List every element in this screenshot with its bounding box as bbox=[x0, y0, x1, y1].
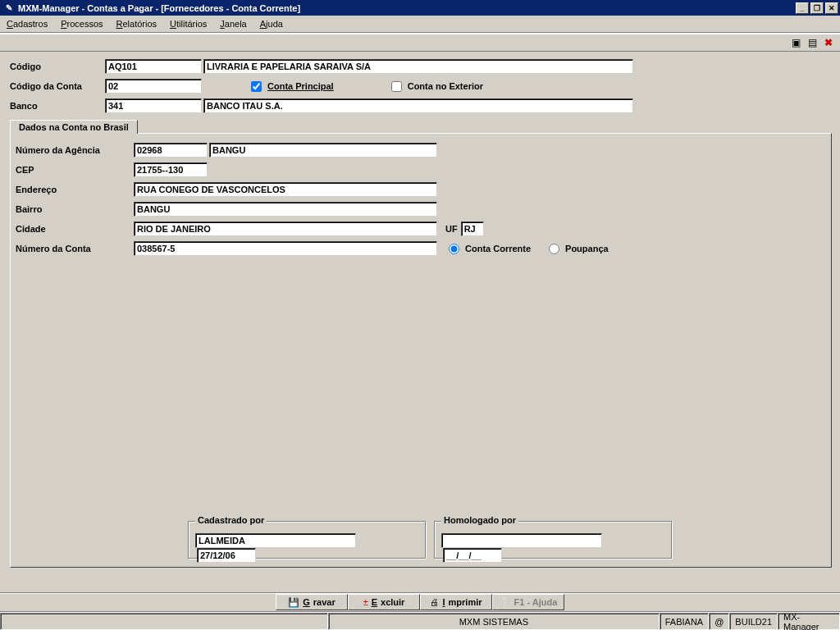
tab-strip: Dados na Conta no Brasil bbox=[10, 119, 837, 133]
close-icon[interactable]: ✖ bbox=[822, 36, 835, 49]
status-left bbox=[0, 613, 328, 630]
numconta-label: Número da Conta bbox=[16, 244, 134, 253]
menu-processos[interactable]: Processos bbox=[61, 19, 103, 29]
close-button[interactable]: ✕ bbox=[825, 2, 838, 14]
uf-input[interactable] bbox=[461, 221, 484, 236]
toolbar-right: ▣ ▤ ✖ bbox=[0, 34, 840, 52]
minimize-button[interactable]: _ bbox=[796, 2, 809, 14]
codigo-conta-label: Código da Conta bbox=[10, 81, 105, 91]
conta-exterior-checkbox[interactable] bbox=[391, 81, 402, 92]
endereco-input[interactable] bbox=[134, 182, 437, 197]
print-icon: 🖨 bbox=[430, 597, 439, 607]
menu-cadastros[interactable]: Cadastros bbox=[7, 19, 48, 29]
codigo-label: Código bbox=[10, 62, 105, 71]
conta-principal-label: Conta Principal bbox=[267, 81, 334, 91]
radio-cc-label: Conta Corrente bbox=[465, 244, 531, 253]
radio-poupanca[interactable]: Poupança bbox=[549, 244, 609, 254]
menu-bar: Cadastros Processos Relatórios Utilitári… bbox=[0, 16, 840, 32]
delete-icon: ± bbox=[363, 597, 368, 607]
menu-relatorios[interactable]: Relatórios bbox=[116, 19, 158, 29]
radio-conta-corrente[interactable]: Conta Corrente bbox=[449, 244, 531, 254]
cadastrado-group: Cadastrado por bbox=[188, 521, 426, 559]
conta-exterior-check[interactable]: Conta no Exterior bbox=[391, 81, 483, 92]
cadastrado-legend: Cadastrado por bbox=[195, 515, 267, 525]
radio-poup-label: Poupança bbox=[565, 244, 609, 253]
cadastrado-user-input[interactable] bbox=[195, 533, 356, 548]
bairro-input[interactable] bbox=[134, 202, 437, 217]
menu-janela[interactable]: Janela bbox=[220, 19, 246, 29]
agencia-label: Número da Agência bbox=[16, 145, 134, 155]
nome-input[interactable] bbox=[203, 59, 633, 74]
conta-principal-checkbox[interactable] bbox=[251, 81, 262, 92]
status-bar: MXM SISTEMAS FABIANA @ BUILD21 MX-Manage… bbox=[0, 612, 840, 630]
cep-input[interactable] bbox=[134, 162, 208, 177]
save-icon: 💾 bbox=[288, 597, 299, 608]
radio-poup[interactable] bbox=[549, 244, 559, 254]
status-app: MX-Manager bbox=[778, 613, 840, 630]
status-build: BUILD21 bbox=[729, 613, 778, 630]
ajuda-button[interactable]: ❔ F1 - Ajuda bbox=[492, 594, 564, 610]
header-form: Código Código da Conta Conta Principal C… bbox=[0, 52, 840, 568]
status-sistema: MXM SISTEMAS bbox=[328, 613, 660, 630]
calculator-icon[interactable]: ▤ bbox=[806, 36, 819, 49]
cidade-label: Cidade bbox=[16, 224, 134, 234]
restore-button[interactable]: ❐ bbox=[810, 2, 824, 14]
conta-exterior-label: Conta no Exterior bbox=[408, 81, 483, 91]
cadastrado-data-input[interactable] bbox=[197, 548, 256, 563]
endereco-label: Endereço bbox=[16, 185, 134, 194]
codigo-input[interactable] bbox=[105, 59, 202, 74]
gravar-button[interactable]: 💾 Gravar bbox=[276, 594, 348, 610]
bottom-toolbar: 💾 Gravar ± Excluir 🖨 Imprimir ❔ F1 - Aju… bbox=[0, 592, 840, 612]
agencia-nome-input[interactable] bbox=[209, 143, 437, 158]
agencia-num-input[interactable] bbox=[134, 143, 208, 158]
app-icon: ✎ bbox=[3, 2, 15, 14]
windows-icon[interactable]: ▣ bbox=[789, 36, 802, 49]
homologado-data-input[interactable] bbox=[443, 548, 502, 563]
title-bar: ✎ MXM-Manager - Contas a Pagar - [Fornec… bbox=[0, 0, 840, 16]
imprimir-button[interactable]: 🖨 Imprimir bbox=[420, 594, 492, 610]
help-icon: ❔ bbox=[500, 597, 511, 608]
banco-input[interactable] bbox=[105, 98, 202, 113]
cep-label: CEP bbox=[16, 165, 134, 175]
status-user: FABIANA bbox=[660, 613, 709, 630]
bairro-label: Bairro bbox=[16, 204, 134, 214]
window-title: MXM-Manager - Contas a Pagar - [Forneced… bbox=[18, 3, 796, 13]
homologado-group: Homologado por bbox=[434, 521, 672, 559]
conta-principal-check[interactable]: Conta Principal bbox=[251, 81, 334, 92]
codigo-conta-input[interactable] bbox=[105, 79, 202, 94]
homologado-legend: Homologado por bbox=[441, 515, 518, 525]
tab-dados-brasil[interactable]: Dados na Conta no Brasil bbox=[10, 120, 138, 134]
cidade-input[interactable] bbox=[134, 221, 437, 236]
banco-label: Banco bbox=[10, 101, 105, 111]
radio-cc[interactable] bbox=[449, 244, 459, 254]
tab-panel: Número da Agência CEP Endereço Bairro Ci… bbox=[10, 133, 832, 568]
menu-ajuda[interactable]: Ajuda bbox=[260, 19, 283, 29]
uf-label: UF bbox=[445, 224, 458, 234]
banco-nome-input[interactable] bbox=[203, 98, 633, 113]
excluir-button[interactable]: ± Excluir bbox=[348, 594, 420, 610]
homologado-user-input[interactable] bbox=[441, 533, 602, 548]
numconta-input[interactable] bbox=[134, 241, 437, 256]
menu-utilitarios[interactable]: Utilitários bbox=[170, 19, 207, 29]
status-at: @ bbox=[709, 613, 729, 630]
